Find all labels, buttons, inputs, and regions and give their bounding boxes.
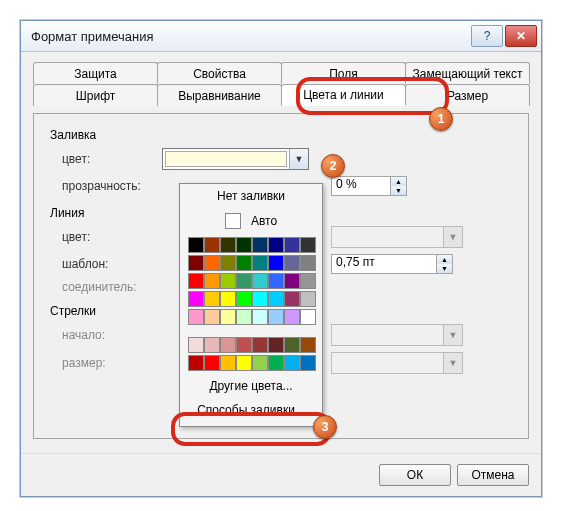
help-button[interactable]: ? [471, 25, 503, 47]
color-swatch[interactable] [252, 337, 268, 353]
more-colors-option[interactable]: Другие цвета... [180, 374, 322, 398]
color-swatch[interactable] [220, 337, 236, 353]
transparency-input[interactable]: 0 % [331, 176, 391, 196]
color-swatch[interactable] [252, 273, 268, 289]
chevron-down-icon: ▼ [443, 227, 462, 247]
tab-colors-lines[interactable]: Цвета и линии [281, 84, 406, 106]
spin-up-icon[interactable]: ▲ [437, 255, 452, 264]
color-swatch[interactable] [252, 291, 268, 307]
color-swatch[interactable] [300, 237, 316, 253]
color-swatch[interactable] [284, 255, 300, 271]
auto-swatch-icon [225, 213, 241, 229]
color-swatch[interactable] [204, 273, 220, 289]
color-swatch[interactable] [236, 337, 252, 353]
color-swatch[interactable] [220, 355, 236, 371]
fill-effects-option[interactable]: Способы заливки... [180, 398, 322, 422]
color-swatch[interactable] [204, 355, 220, 371]
arrow-begin-label: начало: [62, 328, 162, 342]
color-swatch[interactable] [204, 237, 220, 253]
cancel-button[interactable]: Отмена [457, 464, 529, 486]
color-swatch[interactable] [236, 273, 252, 289]
color-swatch[interactable] [300, 355, 316, 371]
color-swatch[interactable] [284, 291, 300, 307]
tab-margins[interactable]: Поля [281, 62, 406, 84]
color-swatch[interactable] [204, 255, 220, 271]
theme-color-grid [180, 234, 322, 328]
color-swatch[interactable] [252, 309, 268, 325]
color-swatch[interactable] [284, 337, 300, 353]
color-swatch[interactable] [268, 309, 284, 325]
tab-alignment[interactable]: Выравнивание [157, 84, 282, 106]
auto-color-option[interactable]: Авто [180, 208, 322, 234]
no-fill-option[interactable]: Нет заливки [180, 184, 322, 208]
line-color-label: цвет: [62, 230, 162, 244]
close-button[interactable]: ✕ [505, 25, 537, 47]
arrow-end-size-combo: ▼ [331, 352, 463, 374]
color-swatch[interactable] [236, 355, 252, 371]
color-swatch[interactable] [236, 237, 252, 253]
color-swatch[interactable] [268, 237, 284, 253]
color-swatch[interactable] [268, 355, 284, 371]
titlebar: Формат примечания ? ✕ [21, 21, 541, 52]
color-swatch[interactable] [284, 355, 300, 371]
color-swatch[interactable] [236, 255, 252, 271]
color-swatch[interactable] [188, 255, 204, 271]
color-swatch[interactable] [220, 255, 236, 271]
tab-font[interactable]: Шрифт [33, 84, 158, 106]
connector-label: соединитель: [62, 280, 162, 294]
format-comment-dialog: Формат примечания ? ✕ Защита Свойства По… [20, 20, 542, 497]
chevron-down-icon: ▼ [289, 149, 308, 169]
color-swatch[interactable] [220, 237, 236, 253]
color-swatch[interactable] [268, 337, 284, 353]
color-swatch[interactable] [188, 355, 204, 371]
color-swatch[interactable] [236, 309, 252, 325]
color-swatch[interactable] [300, 273, 316, 289]
fill-color-combo[interactable]: ▼ [162, 148, 309, 170]
color-swatch[interactable] [204, 309, 220, 325]
color-swatch[interactable] [204, 291, 220, 307]
ok-button[interactable]: ОК [379, 464, 451, 486]
spin-down-icon[interactable]: ▼ [437, 264, 452, 273]
color-swatch[interactable] [220, 273, 236, 289]
tab-strip: Защита Свойства Поля Замещающий текст Шр… [33, 62, 529, 106]
color-swatch[interactable] [188, 291, 204, 307]
color-swatch[interactable] [268, 291, 284, 307]
spin-down-icon[interactable]: ▼ [391, 186, 406, 195]
chevron-down-icon: ▼ [443, 353, 462, 373]
tab-alt-text[interactable]: Замещающий текст [405, 62, 530, 84]
color-swatch[interactable] [252, 355, 268, 371]
line-pattern-label: шаблон: [62, 257, 162, 271]
color-swatch[interactable] [300, 309, 316, 325]
tab-size[interactable]: Размер [405, 84, 530, 106]
color-swatch[interactable] [268, 255, 284, 271]
color-swatch[interactable] [220, 291, 236, 307]
line-weight-input[interactable]: 0,75 пт [331, 254, 437, 274]
color-swatch[interactable] [188, 273, 204, 289]
color-swatch[interactable] [300, 255, 316, 271]
arrow-end-combo: ▼ [331, 324, 463, 346]
dialog-title: Формат примечания [31, 29, 471, 44]
tab-protection[interactable]: Защита [33, 62, 158, 84]
arrow-size-label: размер: [62, 356, 162, 370]
tab-properties[interactable]: Свойства [157, 62, 282, 84]
line-style-combo[interactable]: ▼ [331, 226, 463, 248]
color-swatch[interactable] [268, 273, 284, 289]
color-swatch[interactable] [284, 237, 300, 253]
color-swatch[interactable] [188, 337, 204, 353]
color-swatch[interactable] [236, 291, 252, 307]
color-swatch[interactable] [220, 309, 236, 325]
color-swatch[interactable] [188, 309, 204, 325]
color-swatch[interactable] [204, 337, 220, 353]
color-swatch[interactable] [252, 255, 268, 271]
color-swatch[interactable] [300, 337, 316, 353]
close-icon: ✕ [516, 29, 526, 43]
color-swatch[interactable] [284, 273, 300, 289]
color-swatch[interactable] [188, 237, 204, 253]
spin-up-icon[interactable]: ▲ [391, 177, 406, 186]
color-picker-popup: Нет заливки Авто Другие цвета... Способы… [179, 183, 323, 427]
color-swatch[interactable] [252, 237, 268, 253]
fill-section-title: Заливка [50, 128, 512, 142]
color-swatch[interactable] [300, 291, 316, 307]
color-swatch[interactable] [284, 309, 300, 325]
chevron-down-icon: ▼ [443, 325, 462, 345]
